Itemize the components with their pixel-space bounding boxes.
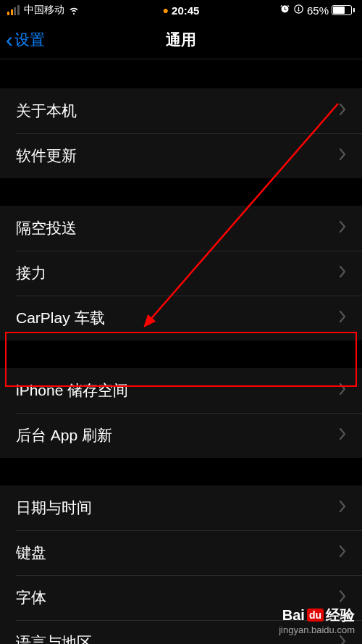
chevron-right-icon — [339, 265, 346, 281]
row-software-update[interactable]: 软件更新 — [0, 133, 362, 178]
watermark-brand-suffix: 经验 — [326, 606, 355, 624]
watermark-brand-box: du — [307, 609, 324, 622]
svg-point-1 — [298, 10, 299, 11]
chevron-right-icon — [339, 545, 346, 561]
row-label: 字体 — [16, 587, 46, 608]
row-label: 语言与地区 — [16, 632, 92, 644]
chevron-right-icon — [339, 148, 346, 164]
row-label: 后台 App 刷新 — [16, 425, 112, 446]
status-bar: 中国移动 ● 20:45 65% — [0, 0, 362, 20]
watermark: Baidu 经验 jingyan.baidu.com — [279, 606, 355, 637]
row-label: 日期与时间 — [16, 498, 92, 518]
watermark-url: jingyan.baidu.com — [279, 624, 355, 637]
battery-percentage: 65% — [307, 4, 329, 17]
row-label: 软件更新 — [16, 146, 77, 166]
chevron-right-icon — [339, 427, 346, 443]
carrier-label: 中国移动 — [24, 4, 64, 17]
row-label: 接力 — [16, 263, 46, 283]
back-button[interactable]: ‹ 设置 — [0, 29, 45, 51]
status-time: 20:45 — [172, 4, 199, 17]
rotation-lock-icon — [293, 4, 304, 17]
page-title: 通用 — [166, 30, 196, 50]
settings-list: 关于本机软件更新隔空投送接力CarPlay 车载iPhone 储存空间后台 Ap… — [0, 59, 362, 644]
row-date-time[interactable]: 日期与时间 — [0, 485, 362, 530]
row-carplay[interactable]: CarPlay 车载 — [0, 296, 362, 340]
status-left: 中国移动 — [7, 3, 80, 18]
settings-group: 隔空投送接力CarPlay 车载 — [0, 206, 362, 340]
row-iphone-storage[interactable]: iPhone 储存空间 — [0, 368, 362, 413]
row-airdrop[interactable]: 隔空投送 — [0, 206, 362, 251]
wifi-icon — [67, 3, 80, 18]
microphone-icon: ● — [163, 4, 169, 16]
row-keyboard[interactable]: 键盘 — [0, 530, 362, 575]
battery-icon — [332, 5, 355, 15]
row-label: 关于本机 — [16, 101, 77, 121]
row-label: 隔空投送 — [16, 218, 77, 238]
chevron-right-icon — [339, 103, 346, 119]
settings-group: 关于本机软件更新 — [0, 88, 362, 178]
watermark-brand-prefix: Bai — [282, 606, 305, 624]
status-right: 65% — [279, 4, 355, 17]
chevron-left-icon: ‹ — [6, 29, 13, 51]
settings-group: iPhone 储存空间后台 App 刷新 — [0, 368, 362, 458]
chevron-right-icon — [339, 310, 346, 326]
chevron-right-icon — [339, 220, 346, 236]
chevron-right-icon — [339, 382, 346, 398]
chevron-right-icon — [339, 590, 346, 606]
row-label: iPhone 储存空间 — [16, 380, 128, 401]
row-label: 键盘 — [16, 543, 46, 563]
row-about[interactable]: 关于本机 — [0, 88, 362, 133]
back-label: 设置 — [14, 30, 45, 50]
row-background-app-refresh[interactable]: 后台 App 刷新 — [0, 413, 362, 458]
status-center: ● 20:45 — [163, 4, 200, 17]
signal-icon — [7, 5, 20, 15]
navigation-bar: ‹ 设置 通用 — [0, 20, 362, 59]
alarm-icon — [279, 4, 290, 17]
row-label: CarPlay 车载 — [16, 308, 105, 328]
row-handoff[interactable]: 接力 — [0, 251, 362, 296]
chevron-right-icon — [339, 500, 346, 516]
